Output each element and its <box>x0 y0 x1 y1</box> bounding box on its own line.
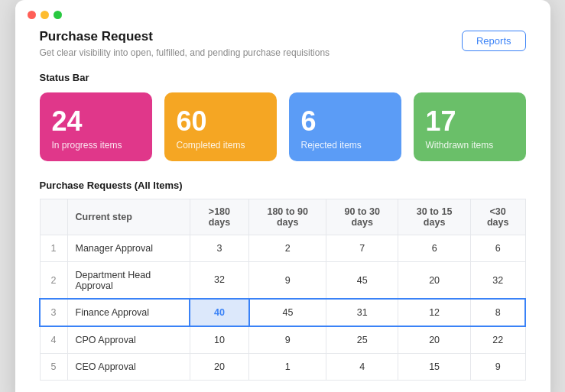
page-subtitle: Get clear visibility into open, fulfille… <box>40 47 330 58</box>
close-dot <box>28 11 36 19</box>
status-bar: 24 In progress items 60 Completed items … <box>40 92 526 161</box>
table-row[interactable]: 2Department Head Approval329452032 <box>40 261 525 299</box>
cell-row-id: 1 <box>40 235 67 261</box>
cell-step: Manager Approval <box>67 235 190 261</box>
cell-step: Finance Approval <box>67 299 190 326</box>
status-card-inprogress-label: In progress items <box>52 140 140 151</box>
reports-button[interactable]: Reports <box>462 31 526 51</box>
status-bar-label: Status Bar <box>40 72 526 83</box>
page-header: Purchase Request Get clear visibility in… <box>40 29 526 58</box>
cell-c5: 6 <box>470 235 525 261</box>
table-row[interactable]: 4CPO Approval109252022 <box>40 326 525 354</box>
cell-c1: 40 <box>190 299 249 326</box>
status-card-rejected-number: 6 <box>301 106 389 137</box>
status-card-rejected: 6 Rejected items <box>289 92 401 161</box>
cell-c3: 7 <box>326 235 398 261</box>
cell-c3: 25 <box>326 326 398 354</box>
cell-c1: 10 <box>190 326 249 354</box>
status-card-completed: 60 Completed items <box>164 92 277 161</box>
cell-c4: 12 <box>398 299 470 326</box>
status-card-completed-label: Completed items <box>177 140 265 151</box>
cell-c2: 45 <box>249 299 326 326</box>
cell-c2: 1 <box>249 354 326 381</box>
col-90to30: 90 to 30 days <box>326 199 398 235</box>
table-row[interactable]: 3Finance Approval404531128 <box>40 299 525 326</box>
col-180to90: 180 to 90 days <box>249 199 326 235</box>
cell-c3: 4 <box>326 354 398 381</box>
status-card-withdrawn-label: Withdrawn items <box>426 140 514 151</box>
cell-row-id: 2 <box>40 261 67 299</box>
purchase-requests-table: Current step >180 days 180 to 90 days 90… <box>40 199 526 381</box>
page-title: Purchase Request <box>40 29 330 44</box>
cell-step: Department Head Approval <box>67 261 190 299</box>
table-title: Purchase Requests (All Items) <box>40 180 526 191</box>
col-index <box>40 199 67 235</box>
cell-c5: 22 <box>470 326 525 354</box>
cell-c5: 8 <box>470 299 525 326</box>
cell-c2: 9 <box>249 326 326 354</box>
cell-c1: 20 <box>190 354 249 381</box>
cell-c3: 31 <box>326 299 398 326</box>
cell-step: CEO Approval <box>67 354 190 381</box>
minimize-dot <box>41 11 49 19</box>
status-card-completed-number: 60 <box>177 106 265 137</box>
col-current-step: Current step <box>67 199 190 235</box>
table-row[interactable]: 5CEO Approval2014159 <box>40 354 525 381</box>
status-card-inprogress: 24 In progress items <box>40 92 152 161</box>
col-30to15: 30 to 15 days <box>398 199 470 235</box>
app-window: Purchase Request Get clear visibility in… <box>15 0 550 392</box>
cell-row-id: 5 <box>40 354 67 381</box>
cell-c4: 6 <box>398 235 470 261</box>
cell-c1: 3 <box>190 235 249 261</box>
maximize-dot <box>54 11 62 19</box>
status-card-withdrawn: 17 Withdrawn items <box>414 92 526 161</box>
cell-c3: 45 <box>326 261 398 299</box>
cell-row-id: 4 <box>40 326 67 354</box>
header-text: Purchase Request Get clear visibility in… <box>40 29 330 58</box>
cell-c4: 15 <box>398 354 470 381</box>
status-card-inprogress-number: 24 <box>52 106 140 137</box>
table-row[interactable]: 1Manager Approval32766 <box>40 235 525 261</box>
cell-row-id: 3 <box>40 299 67 326</box>
status-card-withdrawn-number: 17 <box>426 106 514 137</box>
col-180plus: >180 days <box>190 199 249 235</box>
col-30less: <30 days <box>470 199 525 235</box>
cell-c4: 20 <box>398 261 470 299</box>
cell-c4: 20 <box>398 326 470 354</box>
cell-c2: 9 <box>249 261 326 299</box>
status-card-rejected-label: Rejected items <box>301 140 389 151</box>
table-header-row: Current step >180 days 180 to 90 days 90… <box>40 199 525 235</box>
cell-c1: 32 <box>190 261 249 299</box>
cell-c5: 9 <box>470 354 525 381</box>
cell-step: CPO Approval <box>67 326 190 354</box>
window-controls <box>28 11 62 19</box>
cell-c5: 32 <box>470 261 525 299</box>
cell-c2: 2 <box>249 235 326 261</box>
